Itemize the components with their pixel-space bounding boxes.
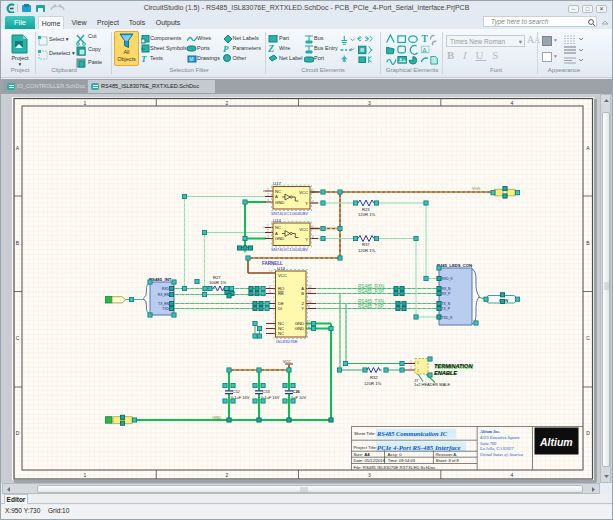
svg-text:TX_N: TX_N <box>442 302 451 306</box>
svg-text:Y: Y <box>305 201 308 206</box>
svg-text:D: D <box>586 430 590 436</box>
svg-text:A: A <box>422 47 427 54</box>
svg-text:D: D <box>16 430 20 436</box>
svg-text:VCC: VCC <box>299 190 308 195</box>
svg-text:TERMINATION: TERMINATION <box>434 363 473 369</box>
svg-text:GND: GND <box>212 415 221 420</box>
svg-text:2: 2 <box>417 369 419 373</box>
svg-text:ENABLE: ENABLE <box>434 370 457 376</box>
svg-text:R23: R23 <box>362 207 370 212</box>
svg-text:120R 1%: 120R 1% <box>358 248 376 253</box>
svg-text:PCIe 4-Port RS-485 Interface: PCIe 4-Port RS-485 Interface <box>377 444 461 451</box>
svg-text:GND: GND <box>295 326 304 331</box>
svg-text:4: 4 <box>511 472 514 478</box>
svg-text:Sheet Title:: Sheet Title: <box>354 431 376 436</box>
svg-text:VCC: VCC <box>278 273 287 278</box>
svg-text:C: C <box>586 335 590 341</box>
svg-text:1: 1 <box>84 472 87 478</box>
svg-text:RX_P: RX_P <box>442 292 452 296</box>
svg-text:Assy: 0: Assy: 0 <box>388 452 403 457</box>
svg-text:14: 14 <box>269 270 273 274</box>
svg-text:120R 1%: 120R 1% <box>364 381 382 386</box>
svg-text:TXD_K: TXD_K <box>442 316 454 320</box>
svg-text:VG5: VG5 <box>472 186 481 191</box>
svg-text:Revision:A,: Revision:A, <box>436 452 458 457</box>
svg-text:1: 1 <box>84 100 87 106</box>
svg-text:TX_P: TX_P <box>442 307 451 311</box>
svg-text:VCC: VCC <box>299 227 308 232</box>
svg-text:T: T <box>421 34 428 44</box>
svg-text:10: 10 <box>308 300 312 304</box>
svg-text:Size: A4: Size: A4 <box>354 452 371 457</box>
svg-text:100R 1%: 100R 1% <box>209 280 227 285</box>
svg-text:2: 2 <box>226 472 229 478</box>
svg-text:U14: U14 <box>273 218 282 223</box>
svg-text:Sheet: 8 of 8: Sheet: 8 of 8 <box>436 458 460 463</box>
svg-text:M: M <box>189 56 193 62</box>
svg-text:Y: Y <box>301 306 304 311</box>
svg-text:VCC: VCC <box>283 360 291 364</box>
svg-text:NC: NC <box>275 189 281 194</box>
svg-text:A: A <box>275 231 278 236</box>
svg-text:RE: RE <box>278 291 284 296</box>
svg-text:GND: GND <box>275 236 284 241</box>
svg-text:RS485 Communication IC: RS485 Communication IC <box>376 430 448 437</box>
svg-text:Date: 05/12/2018: Date: 05/12/2018 <box>354 458 386 463</box>
svg-text:3: 3 <box>368 472 371 478</box>
svg-text:C: C <box>16 335 20 341</box>
svg-text:Altium: Altium <box>539 436 573 448</box>
svg-text:Project Title:: Project Title: <box>354 445 378 450</box>
svg-text:RX_N: RX_N <box>442 287 452 291</box>
svg-text:TX_EN: TX_EN <box>158 302 169 306</box>
svg-text:1: 1 <box>417 361 419 365</box>
svg-text:11: 11 <box>308 290 311 294</box>
svg-text:A: A <box>275 194 278 199</box>
svg-text:U17: U17 <box>273 181 282 186</box>
svg-text:SN74LVC1G04DBV: SN74LVC1G04DBV <box>271 247 308 252</box>
svg-text:P: P <box>223 44 229 54</box>
svg-text:B: B <box>301 291 304 296</box>
svg-text:3: 3 <box>368 100 371 106</box>
svg-text:R37: R37 <box>362 242 370 247</box>
svg-text:U13: U13 <box>277 266 286 271</box>
svg-text:2: 2 <box>226 100 229 106</box>
svg-text:R32: R32 <box>370 375 378 380</box>
svg-text:4225 Executive Square: 4225 Executive Square <box>480 435 520 440</box>
svg-text:1x2 HEADER MALE: 1x2 HEADER MALE <box>414 382 451 387</box>
svg-text:SN74LVC1G04DBV: SN74LVC1G04DBV <box>271 211 308 216</box>
svg-text:NC: NC <box>275 225 281 230</box>
svg-text:Z: Z <box>268 43 274 54</box>
svg-text:GND: GND <box>275 200 284 205</box>
svg-text:File: RS485 ISL83076E RXTX: File: RS485 ISL83076E RXTXLED.SchDoc <box>354 465 437 470</box>
svg-text:RJ45_LEDS_CON: RJ45_LEDS_CON <box>437 263 472 268</box>
svg-text:RS485_RXP: RS485_RXP <box>358 289 384 294</box>
svg-text:Time: 09:54:03: Time: 09:54:03 <box>388 458 416 463</box>
svg-text:C53: C53 <box>263 389 271 394</box>
svg-text:RXD: RXD <box>162 287 170 291</box>
svg-text:RX_EN: RX_EN <box>158 293 170 297</box>
svg-text:120R 1%: 120R 1% <box>358 212 376 217</box>
svg-text:Y: Y <box>305 237 308 242</box>
svg-text:C26: C26 <box>293 389 301 394</box>
svg-text:Suite 700: Suite 700 <box>480 441 497 446</box>
svg-text:4: 4 <box>511 100 514 106</box>
svg-text:RS485_TXP: RS485_TXP <box>358 304 384 309</box>
svg-text:12: 12 <box>308 285 312 289</box>
svg-text:C52: C52 <box>233 389 241 394</box>
svg-text:TXD: TXD <box>162 307 169 311</box>
svg-text:ISL83076E: ISL83076E <box>276 339 298 344</box>
svg-text:Altium Inc.: Altium Inc. <box>479 429 500 434</box>
svg-text:NC: NC <box>278 331 284 336</box>
svg-text:RXD_K: RXD_K <box>442 277 454 281</box>
svg-text:T: T <box>141 54 147 63</box>
svg-text:United States of America: United States of America <box>480 452 523 457</box>
svg-text:DI: DI <box>278 306 282 311</box>
